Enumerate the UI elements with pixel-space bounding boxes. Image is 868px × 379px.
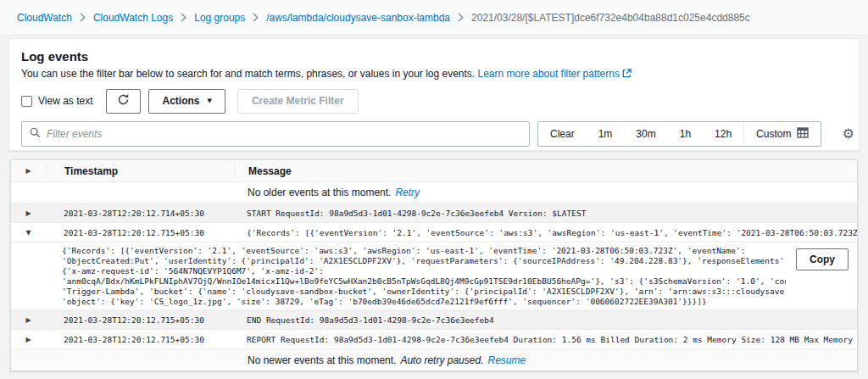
log-event-row-report[interactable]: ▶ 2021-03-28T12:20:12.715+05:30 REPORT R… bbox=[11, 330, 857, 349]
caret-down-icon: ▼ bbox=[208, 98, 212, 104]
no-newer-events-row: No newer events at this moment. Auto ret… bbox=[11, 349, 857, 371]
time-range-12h[interactable]: 12h bbox=[703, 122, 743, 146]
description-text: You can use the filter bar below to sear… bbox=[21, 68, 475, 80]
search-icon bbox=[30, 126, 41, 142]
no-older-events-row: No older events at this moment. Retry bbox=[11, 182, 857, 203]
clear-button[interactable]: Clear bbox=[538, 122, 587, 146]
event-message: REPORT RequestId: 98a9d5d3-1d01-4298-9c2… bbox=[233, 335, 857, 344]
caret-right-icon[interactable]: ▶ bbox=[25, 316, 31, 324]
caret-down-icon[interactable]: ▼ bbox=[25, 229, 31, 237]
caret-right-icon[interactable]: ▶ bbox=[25, 209, 31, 217]
caret-right-icon[interactable]: ▶ bbox=[25, 336, 31, 343]
learn-more-link[interactable]: Learn more about filter patterns bbox=[478, 68, 620, 80]
breadcrumb-log-stream-name: 2021/03/28/[$LATEST]dce6f732e4b04ba88d1c… bbox=[471, 12, 750, 24]
expand-all-caret-icon[interactable]: ▶ bbox=[25, 167, 31, 175]
event-timestamp: 2021-03-28T12:20:12.715+05:30 bbox=[46, 228, 233, 237]
retry-link[interactable]: Retry bbox=[395, 187, 420, 198]
refresh-button[interactable] bbox=[106, 89, 141, 114]
view-as-text-checkbox[interactable] bbox=[21, 96, 32, 107]
time-range-30m[interactable]: 30m bbox=[624, 122, 667, 146]
chevron-right-icon bbox=[458, 13, 464, 22]
event-message: START RequestId: 98a9d5d3-1d01-4298-9c2e… bbox=[233, 209, 857, 218]
toolbar: View as text Actions ▼ Create Metric Fil… bbox=[21, 88, 847, 114]
external-link-icon bbox=[622, 69, 632, 81]
event-timestamp: 2021-03-28T12:20:12.715+05:30 bbox=[46, 315, 233, 325]
page-title: Log events bbox=[21, 49, 847, 64]
event-message: {'Records': [{'eventVersion': '2.1', 'ev… bbox=[233, 228, 857, 237]
filter-events-input[interactable] bbox=[47, 128, 521, 140]
event-message: END RequestId: 98a9d5d3-1d01-4298-9c2e-7… bbox=[233, 315, 857, 325]
expanded-event-detail: {'Records': [{'eventVersion': '2.1', 'ev… bbox=[11, 242, 857, 310]
calendar-icon bbox=[797, 127, 809, 141]
custom-label: Custom bbox=[756, 128, 791, 140]
chevron-right-icon bbox=[181, 13, 186, 22]
panel-description: You can use the filter bar below to sear… bbox=[21, 68, 847, 81]
log-event-row-end[interactable]: ▶ 2021-03-28T12:20:12.715+05:30 END Requ… bbox=[11, 310, 857, 330]
expanded-event-text: {'Records': [{'eventVersion': '2.1', 'ev… bbox=[62, 246, 786, 307]
breadcrumb-log-groups[interactable]: Log groups bbox=[194, 12, 245, 24]
chevron-right-icon bbox=[80, 13, 86, 22]
column-header-timestamp: Timestamp bbox=[47, 165, 234, 177]
gear-icon[interactable]: ⚙ bbox=[842, 127, 854, 141]
resume-link[interactable]: Resume bbox=[487, 354, 526, 366]
breadcrumb-log-group-name[interactable]: /aws/lambda/cloudysave-sanbox-lambda bbox=[266, 12, 450, 24]
log-event-row-start[interactable]: ▶ 2021-03-28T12:20:12.714+05:30 START Re… bbox=[11, 203, 857, 223]
no-newer-events-text: No newer events at this moment. bbox=[248, 354, 396, 366]
column-header-message: Message bbox=[235, 165, 857, 177]
event-timestamp: 2021-03-28T12:20:12.714+05:30 bbox=[46, 209, 233, 218]
time-range-1h[interactable]: 1h bbox=[668, 122, 703, 146]
no-older-events-text: No older events at this moment. bbox=[248, 187, 391, 198]
table-header: ▶ Timestamp Message bbox=[11, 160, 857, 182]
actions-label: Actions bbox=[162, 95, 199, 107]
filter-bar: Clear 1m 30m 1h 12h Custom ⚙ bbox=[21, 121, 847, 147]
log-events-table: ▶ Timestamp Message No older events at t… bbox=[10, 159, 858, 371]
copy-button[interactable]: Copy bbox=[796, 248, 849, 270]
chevron-right-icon bbox=[253, 13, 259, 22]
auto-retry-paused-text: Auto retry paused. bbox=[400, 354, 483, 366]
event-timestamp: 2021-03-28T12:20:12.715+05:30 bbox=[46, 335, 233, 344]
time-range-1m[interactable]: 1m bbox=[587, 122, 625, 146]
actions-button[interactable]: Actions ▼ bbox=[148, 89, 225, 114]
log-event-row-records[interactable]: ▼ 2021-03-28T12:20:12.715+05:30 {'Record… bbox=[11, 223, 857, 242]
view-as-text-label: View as text bbox=[38, 95, 92, 107]
create-metric-filter-button[interactable]: Create Metric Filter bbox=[237, 89, 359, 114]
breadcrumb: CloudWatch CloudWatch Logs Log groups /a… bbox=[0, 0, 868, 36]
log-events-panel: Log events You can use the filter bar be… bbox=[8, 38, 860, 151]
time-range-control: Clear 1m 30m 1h 12h Custom bbox=[537, 121, 821, 147]
filter-events-searchbox bbox=[21, 121, 530, 147]
breadcrumb-cloudwatch-logs[interactable]: CloudWatch Logs bbox=[93, 12, 173, 24]
breadcrumb-cloudwatch[interactable]: CloudWatch bbox=[17, 12, 72, 24]
custom-range-button[interactable]: Custom bbox=[744, 122, 821, 146]
refresh-icon bbox=[117, 93, 130, 109]
